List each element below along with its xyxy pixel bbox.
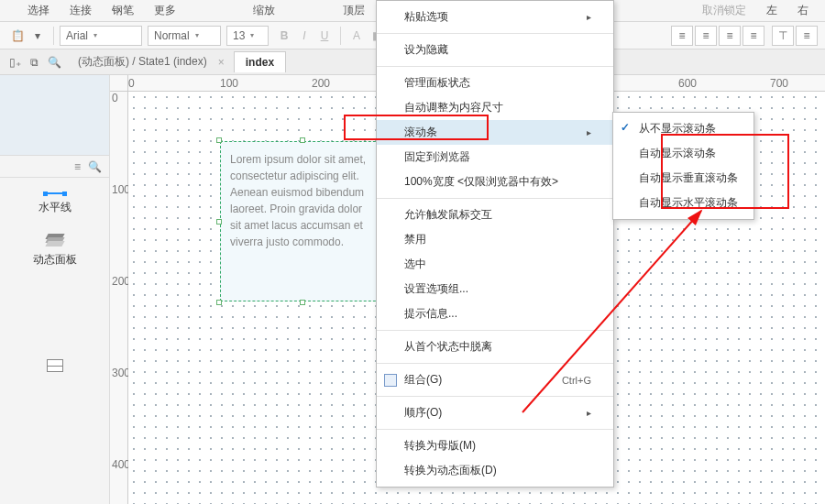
new-page-icon[interactable]: ▯₊ — [9, 56, 21, 69]
submenu-auto-horizontal[interactable]: 自动显示水平滚动条 — [613, 191, 754, 215]
check-icon: ✓ — [621, 121, 630, 134]
text-color-icon[interactable]: A — [346, 26, 367, 46]
context-menu: 粘贴选项▸ 设为隐藏 管理面板状态 自动调整为内容尺寸 滚动条▸ 固定到浏览器 … — [376, 0, 614, 488]
font-weight-select[interactable]: Normal▾ — [148, 26, 221, 46]
menu-pen[interactable]: 钢笔 — [112, 3, 134, 18]
ctx-paste-options[interactable]: 粘贴选项▸ — [377, 5, 613, 29]
ctx-set-group[interactable]: 设置选项组... — [377, 277, 613, 301]
ctx-to-dynamic-panel[interactable]: 转换为动态面板(D) — [377, 458, 613, 483]
ctx-manage-states[interactable]: 管理面板状态 — [377, 71, 613, 95]
font-size-select[interactable]: 13▾ — [226, 26, 269, 46]
ctx-disable[interactable]: 禁用 — [377, 227, 613, 252]
menu-cancel-lock[interactable]: 取消锁定 — [702, 3, 746, 18]
widget-label: 水平线 — [38, 200, 72, 215]
dynamic-panel-icon — [47, 234, 63, 247]
align-left-icon[interactable]: ≡ — [671, 26, 693, 46]
italic-icon[interactable]: I — [294, 26, 314, 46]
paste-dropdown-icon[interactable]: ▾ — [28, 26, 48, 46]
ctx-tooltip[interactable]: 提示信息... — [377, 301, 613, 326]
underline-icon[interactable]: U — [314, 26, 335, 46]
search-icon[interactable]: 🔍 — [48, 56, 61, 69]
ruler-corner — [110, 75, 128, 92]
font-family-select[interactable]: Arial▾ — [60, 26, 142, 46]
selected-dynamic-panel-widget[interactable]: Lorem ipsum dolor sit amet, consectetur … — [220, 141, 385, 301]
menu-select[interactable]: 选择 — [28, 3, 50, 18]
menu-connect[interactable]: 连接 — [70, 3, 92, 18]
align-justify-icon[interactable]: ≡ — [742, 26, 764, 46]
breadcrumb[interactable]: (动态面板) / State1 (index) — [71, 54, 214, 70]
widget-horizontal-line[interactable]: 水平线 — [0, 183, 109, 225]
clipboard-icon[interactable]: 📋 — [7, 26, 28, 46]
menu-align-left[interactable]: 左 — [766, 3, 777, 18]
align-right-icon[interactable]: ≡ — [719, 26, 741, 46]
widget-library-panel: ≡ 🔍 水平线 动态面板 — [0, 75, 110, 504]
menu-align-right[interactable]: 右 — [798, 3, 808, 18]
menu-zoom[interactable]: 缩放 — [253, 3, 275, 18]
placeholder-icon — [47, 359, 63, 372]
menu-top[interactable]: 顶层 — [343, 3, 365, 18]
panel-search-icon[interactable]: 🔍 — [88, 160, 102, 173]
widget-dynamic-panel[interactable]: 动态面板 — [0, 225, 109, 277]
ctx-break-first[interactable]: 从首个状态中脱离 — [377, 334, 613, 359]
group-icon — [384, 374, 397, 387]
submenu-never-show[interactable]: ✓从不显示滚动条 — [613, 116, 754, 141]
ctx-full-width[interactable]: 100%宽度 <仅限浏览器中有效> — [377, 170, 613, 194]
valign-middle-icon[interactable]: ≡ — [796, 26, 818, 46]
ctx-group[interactable]: 组合(G)Ctrl+G — [377, 367, 613, 392]
ruler-vertical: 0 100 200 300 400 — [110, 92, 128, 504]
bold-icon[interactable]: B — [274, 26, 294, 46]
valign-top-icon[interactable]: ⊤ — [772, 26, 794, 46]
tab-index[interactable]: index — [234, 51, 286, 72]
widget-label: 动态面板 — [33, 252, 77, 268]
ctx-selected[interactable]: 选中 — [377, 252, 613, 277]
ctx-allow-trigger[interactable]: 允许触发鼠标交互 — [377, 203, 613, 227]
align-center-icon[interactable]: ≡ — [695, 26, 717, 46]
close-crumb-icon[interactable]: × — [218, 56, 225, 69]
panel-menu-icon[interactable]: ≡ — [74, 160, 81, 173]
scrollbar-submenu: ✓从不显示滚动条 自动显示滚动条 自动显示垂直滚动条 自动显示水平滚动条 — [612, 112, 754, 220]
ctx-auto-fit[interactable]: 自动调整为内容尺寸 — [377, 95, 613, 120]
ctx-set-hidden[interactable]: 设为隐藏 — [377, 38, 613, 62]
widget-placeholder[interactable] — [0, 350, 109, 381]
duplicate-icon[interactable]: ⧉ — [30, 56, 38, 69]
ctx-scrollbar[interactable]: 滚动条▸ — [377, 120, 613, 145]
outline-panel — [0, 75, 109, 156]
submenu-auto-vertical[interactable]: 自动显示垂直滚动条 — [613, 166, 754, 191]
ctx-pin-browser[interactable]: 固定到浏览器 — [377, 145, 613, 170]
menu-more[interactable]: 更多 — [154, 3, 176, 18]
submenu-auto-show[interactable]: 自动显示滚动条 — [613, 141, 754, 166]
ctx-to-master[interactable]: 转换为母版(M) — [377, 433, 613, 458]
horizontal-line-icon — [45, 192, 65, 194]
ctx-order[interactable]: 顺序(O)▸ — [377, 400, 613, 425]
